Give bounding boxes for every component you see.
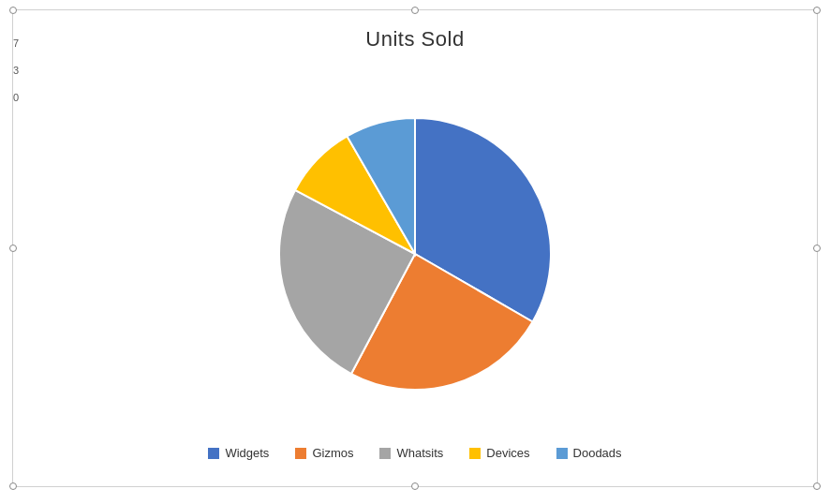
legend-swatch-widgets bbox=[208, 448, 219, 459]
legend-swatch-devices bbox=[469, 448, 481, 459]
side-num-3: 0 bbox=[13, 93, 19, 103]
chart-title: Units Sold bbox=[365, 27, 464, 52]
pie-area bbox=[265, 61, 565, 446]
legend-item-doodads: Doodads bbox=[556, 446, 622, 460]
legend-item-widgets: Widgets bbox=[208, 446, 269, 460]
side-numbers: 7 3 0 bbox=[13, 10, 19, 103]
legend-label-whatsits: Whatsits bbox=[396, 446, 443, 460]
pie-chart-svg bbox=[265, 104, 565, 404]
handle-top[interactable] bbox=[411, 7, 419, 14]
legend-label-widgets: Widgets bbox=[225, 446, 269, 460]
legend-label-doodads: Doodads bbox=[573, 446, 622, 460]
legend-swatch-gizmos bbox=[295, 448, 306, 459]
handle-left[interactable] bbox=[9, 245, 17, 252]
legend-item-whatsits: Whatsits bbox=[379, 446, 443, 460]
handle-bottom[interactable] bbox=[411, 482, 419, 490]
legend: WidgetsGizmosWhatsitsDevicesDoodads bbox=[208, 446, 621, 460]
legend-swatch-whatsits bbox=[379, 448, 391, 459]
handle-bottomright[interactable] bbox=[813, 482, 821, 490]
legend-label-devices: Devices bbox=[486, 446, 529, 460]
chart-container: 7 3 0 Units Sold WidgetsGizmosWhatsitsDe… bbox=[12, 9, 818, 487]
legend-item-devices: Devices bbox=[469, 446, 529, 460]
handle-topright[interactable] bbox=[813, 7, 821, 14]
legend-item-gizmos: Gizmos bbox=[295, 446, 353, 460]
legend-swatch-doodads bbox=[556, 448, 568, 459]
handle-bottomleft[interactable] bbox=[9, 482, 17, 490]
side-num-2: 3 bbox=[13, 66, 19, 76]
side-num-1: 7 bbox=[13, 38, 19, 49]
legend-label-gizmos: Gizmos bbox=[312, 446, 353, 460]
handle-right[interactable] bbox=[813, 245, 821, 252]
